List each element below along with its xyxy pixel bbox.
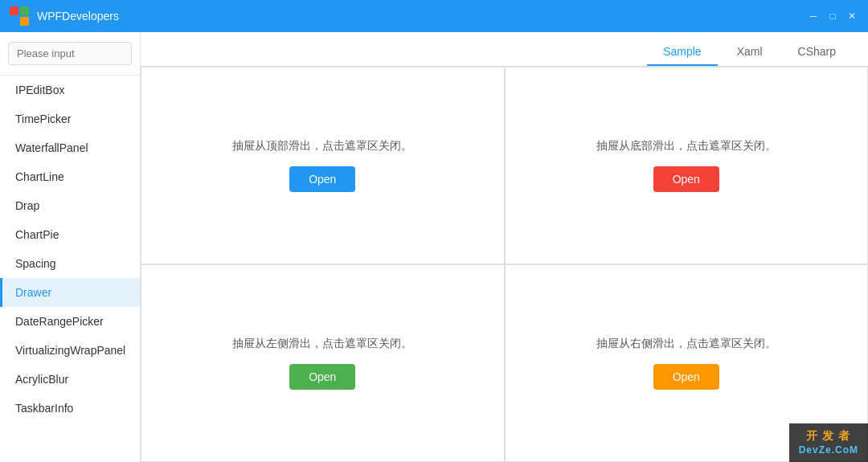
- svg-rect-0: [10, 6, 18, 15]
- sidebar-item-daterangepicker[interactable]: DateRangePicker: [0, 307, 140, 336]
- tab-sample[interactable]: Sample: [647, 39, 717, 66]
- minimize-button[interactable]: ─: [807, 10, 820, 22]
- svg-rect-1: [20, 6, 29, 15]
- sidebar-item-drap[interactable]: Drap: [0, 191, 140, 220]
- watermark-line1: 开 发 者: [799, 428, 858, 444]
- sidebar-item-waterfallpanel[interactable]: WaterfallPanel: [0, 133, 140, 162]
- svg-rect-2: [10, 17, 18, 26]
- panel-text-bottom-left: 抽屉从左侧滑出，点击遮罩区关闭。: [232, 337, 412, 351]
- watermark: 开 发 者 DevZe.CoM: [789, 423, 868, 462]
- panels-grid: 抽屉从顶部滑出，点击遮罩区关闭。Open抽屉从底部滑出，点击遮罩区关闭。Open…: [141, 67, 868, 462]
- panel-text-top-right: 抽屉从底部滑出，点击遮罩区关闭。: [596, 139, 776, 153]
- main-layout: IPEditBoxTimePickerWaterfallPanelChartLi…: [0, 32, 868, 462]
- sidebar-item-ipeditbox[interactable]: IPEditBox: [0, 76, 140, 104]
- app-logo: [10, 6, 29, 26]
- open-button-bottom-right[interactable]: Open: [653, 364, 719, 390]
- tabs-bar: SampleXamlCSharp: [141, 32, 868, 67]
- open-button-top-right[interactable]: Open: [653, 166, 719, 192]
- app-title: WPFDevelopers: [37, 10, 807, 22]
- sidebar-list: IPEditBoxTimePickerWaterfallPanelChartLi…: [0, 76, 140, 462]
- sidebar-item-virtualizingwrappanel[interactable]: VirtualizingWrapPanel: [0, 336, 140, 365]
- sidebar-search-area: [0, 32, 140, 76]
- maximize-button[interactable]: □: [826, 10, 839, 22]
- watermark-line2: DevZe.CoM: [799, 444, 858, 457]
- panel-text-bottom-right: 抽屉从右侧滑出，点击遮罩区关闭。: [596, 337, 776, 351]
- sidebar-item-chartline[interactable]: ChartLine: [0, 162, 140, 191]
- content-area: SampleXamlCSharp 抽屉从顶部滑出，点击遮罩区关闭。Open抽屉从…: [141, 32, 868, 462]
- search-input[interactable]: [8, 42, 132, 65]
- sidebar-item-timepicker[interactable]: TimePicker: [0, 104, 140, 133]
- sidebar: IPEditBoxTimePickerWaterfallPanelChartLi…: [0, 32, 141, 462]
- panel-top-left: 抽屉从顶部滑出，点击遮罩区关闭。Open: [141, 67, 505, 264]
- tab-csharp[interactable]: CSharp: [782, 39, 852, 66]
- sidebar-item-chartpie[interactable]: ChartPie: [0, 220, 140, 249]
- open-button-bottom-left[interactable]: Open: [289, 364, 355, 390]
- svg-rect-3: [20, 17, 29, 26]
- sidebar-item-spacing[interactable]: Spacing: [0, 249, 140, 278]
- sidebar-item-drawer[interactable]: Drawer: [0, 278, 140, 307]
- panel-text-top-left: 抽屉从顶部滑出，点击遮罩区关闭。: [232, 139, 412, 153]
- sidebar-item-taskbarinfo[interactable]: TaskbarInfo: [0, 394, 140, 423]
- panel-top-right: 抽屉从底部滑出，点击遮罩区关闭。Open: [505, 67, 869, 264]
- window-controls: ─ □ ✕: [807, 10, 858, 22]
- close-button[interactable]: ✕: [845, 10, 858, 22]
- sidebar-item-acrylicblur[interactable]: AcrylicBlur: [0, 365, 140, 394]
- open-button-top-left[interactable]: Open: [289, 166, 355, 192]
- tab-xaml[interactable]: Xaml: [721, 39, 779, 66]
- title-bar: WPFDevelopers ─ □ ✕: [0, 0, 868, 32]
- panel-bottom-left: 抽屉从左侧滑出，点击遮罩区关闭。Open: [141, 264, 505, 462]
